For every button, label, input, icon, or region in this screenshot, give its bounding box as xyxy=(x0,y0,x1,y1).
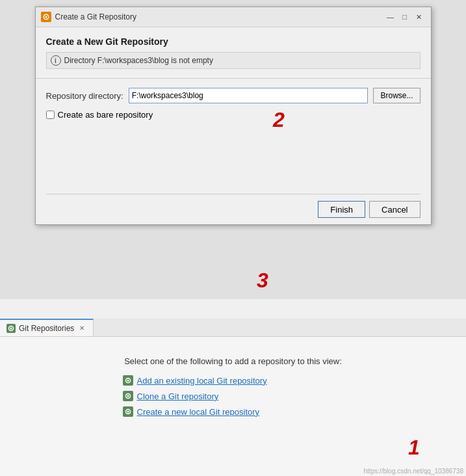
create-git-repo-dialog: Create a Git Repository — □ ✕ Create a N… xyxy=(35,7,432,225)
create-new-icon xyxy=(123,406,133,417)
modal-backdrop: Create a Git Repository — □ ✕ Create a N… xyxy=(0,0,466,299)
link-add-existing[interactable]: Add an existing local Git repository xyxy=(137,376,267,386)
browse-button[interactable]: Browse... xyxy=(373,88,420,103)
repo-dir-input[interactable] xyxy=(129,88,369,103)
git-repo-tab-icon xyxy=(6,324,16,333)
maximize-button[interactable]: □ xyxy=(398,11,411,23)
form-area: Repository directory: Browse... Create a… xyxy=(46,79,421,129)
add-existing-icon xyxy=(123,375,133,386)
bare-repo-label: Create as bare repository xyxy=(58,110,153,120)
svg-point-7 xyxy=(127,395,129,397)
svg-point-9 xyxy=(127,411,129,413)
svg-point-1 xyxy=(45,16,47,18)
minimize-button[interactable]: — xyxy=(384,11,397,23)
dialog-footer: Finish Cancel xyxy=(36,194,431,224)
tab-git-repositories-label: Git Repositories xyxy=(19,324,74,333)
dialog-info-bar: i Directory F:\workspaces3\blog is not e… xyxy=(46,52,421,69)
link-clone[interactable]: Clone a Git repository xyxy=(137,391,219,401)
finish-button[interactable]: Finish xyxy=(318,201,365,218)
dialog-icon xyxy=(41,12,51,22)
link-item-add-existing: Add an existing local Git repository xyxy=(123,375,344,386)
titlebar-controls: — □ ✕ xyxy=(384,11,426,23)
link-item-create-new: Create a new local Git repository xyxy=(123,406,344,417)
tab-git-repositories[interactable]: Git Repositories ✕ xyxy=(0,319,94,336)
dialog-title: Create a Git Repository xyxy=(55,12,380,21)
tab-close-button[interactable]: ✕ xyxy=(77,324,86,333)
repo-dir-row: Repository directory: Browse... xyxy=(46,88,421,103)
link-item-clone: Clone a Git repository xyxy=(123,391,344,401)
bottom-panel: Git Repositories ✕ Select one of the fol… xyxy=(0,319,466,476)
repo-dir-label: Repository directory: xyxy=(46,91,123,101)
clone-icon xyxy=(123,391,133,401)
link-create-new[interactable]: Create a new local Git repository xyxy=(137,407,260,417)
dialog-heading: Create a New Git Repository xyxy=(46,36,421,47)
dialog-titlebar: Create a Git Repository — □ ✕ xyxy=(36,7,431,27)
bare-repo-row: Create as bare repository xyxy=(46,110,421,120)
svg-point-3 xyxy=(10,327,12,329)
tab-bar: Git Repositories ✕ xyxy=(0,319,466,337)
cancel-button[interactable]: Cancel xyxy=(369,201,420,218)
info-message: Directory F:\workspaces3\blog is not emp… xyxy=(64,56,213,65)
close-button[interactable]: ✕ xyxy=(413,11,426,23)
content-area: Select one of the following to add a rep… xyxy=(0,337,466,435)
bare-repo-checkbox[interactable] xyxy=(46,111,55,119)
svg-point-5 xyxy=(127,380,129,382)
select-prompt: Select one of the following to add a rep… xyxy=(124,356,342,366)
info-icon: i xyxy=(51,55,61,66)
watermark: https://blog.csdn.net/qq_10386738 xyxy=(364,468,463,475)
dialog-body: Create a New Git Repository i Directory … xyxy=(36,27,431,194)
